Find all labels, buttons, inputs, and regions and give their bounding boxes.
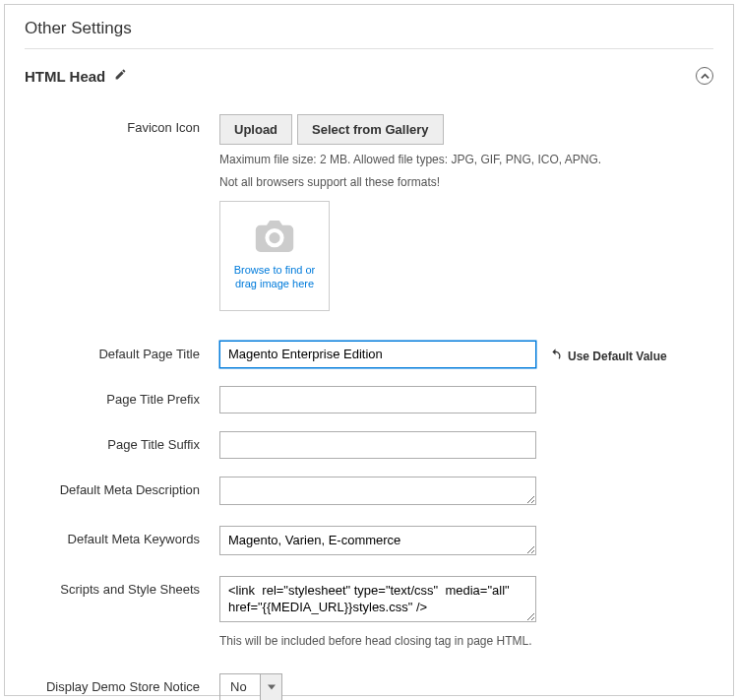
section-title: HTML Head <box>25 68 105 85</box>
select-demo-notice[interactable]: No <box>219 673 282 700</box>
hint-browsers: Not all browsers support all these forma… <box>219 174 692 191</box>
label-favicon: Favicon Icon <box>25 114 219 135</box>
select-gallery-button[interactable]: Select from Gallery <box>297 114 444 145</box>
hint-filesize: Maximum file size: 2 MB. Allowed file ty… <box>219 152 692 168</box>
row-meta-description: Default Meta Description <box>25 477 713 509</box>
row-page-title-prefix: Page Title Prefix <box>25 386 713 414</box>
row-scripts-hint: This will be included before head closin… <box>25 633 713 656</box>
label-default-page-title: Default Page Title <box>25 341 219 361</box>
section-header: HTML Head <box>25 67 713 85</box>
row-demo-notice: Display Demo Store Notice No <box>25 673 713 700</box>
textarea-scripts[interactable]: <link rel="stylesheet" type="text/css" m… <box>219 576 536 622</box>
label-meta-keywords: Default Meta Keywords <box>25 526 219 546</box>
textarea-meta-keywords[interactable]: Magento, Varien, E-commerce <box>219 526 536 555</box>
upload-browse-text: Browse to find or drag image here <box>228 263 321 291</box>
row-meta-keywords: Default Meta Keywords Magento, Varien, E… <box>25 526 713 558</box>
input-default-page-title[interactable] <box>219 341 536 368</box>
panel-other-settings: Other Settings HTML Head Favicon Icon Up… <box>4 4 734 696</box>
upload-dropzone[interactable]: Browse to find or drag image here <box>219 201 330 311</box>
label-page-title-suffix: Page Title Suffix <box>25 431 219 452</box>
input-page-title-suffix[interactable] <box>219 431 536 459</box>
camera-icon <box>255 221 294 263</box>
textarea-meta-description[interactable] <box>219 477 536 506</box>
select-demo-notice-value: No <box>220 674 260 700</box>
undo-icon <box>548 348 563 365</box>
input-page-title-prefix[interactable] <box>219 386 536 414</box>
label-demo-notice: Display Demo Store Notice <box>25 673 219 694</box>
upload-button[interactable]: Upload <box>219 114 292 145</box>
pencil-icon[interactable] <box>114 68 127 84</box>
row-default-page-title: Default Page Title Use Default Value <box>25 341 713 368</box>
chevron-down-icon <box>260 674 281 700</box>
use-default-value-button[interactable]: Use Default Value <box>548 341 667 368</box>
row-favicon: Favicon Icon Upload Select from Gallery … <box>25 114 713 311</box>
label-scripts: Scripts and Style Sheets <box>25 576 219 597</box>
collapse-icon[interactable] <box>696 67 713 85</box>
row-page-title-suffix: Page Title Suffix <box>25 431 713 459</box>
hint-scripts: This will be included before head closin… <box>219 633 692 650</box>
label-page-title-prefix: Page Title Prefix <box>25 386 219 407</box>
label-meta-description: Default Meta Description <box>25 477 219 497</box>
row-scripts: Scripts and Style Sheets <link rel="styl… <box>25 576 713 625</box>
panel-title: Other Settings <box>25 19 713 48</box>
use-default-label: Use Default Value <box>568 350 667 363</box>
divider <box>25 48 713 49</box>
